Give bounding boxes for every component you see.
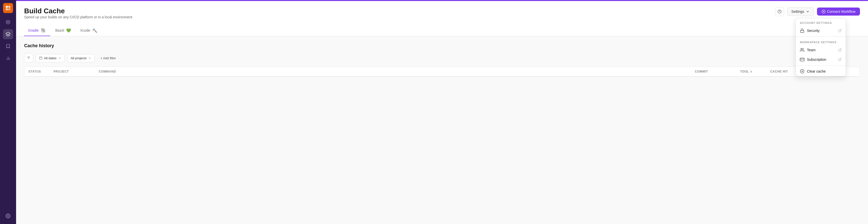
svg-rect-20 [800, 58, 804, 61]
bazel-icon: 💚 [66, 28, 71, 33]
cache-history-title: Cache history [24, 43, 860, 49]
sidebar [0, 0, 16, 224]
layers-icon [5, 32, 10, 37]
divider-1 [796, 36, 846, 37]
external-link-icon-2 [838, 48, 842, 52]
header-project: Project [54, 70, 99, 73]
header-text: Build Cache Speed up your builds on any … [24, 7, 132, 19]
filter-toggle-button[interactable] [24, 54, 33, 63]
sidebar-item-bookmark[interactable] [3, 41, 13, 51]
add-filter-button[interactable]: + Add filter [97, 54, 119, 62]
gradle-icon: 🐘 [41, 28, 46, 33]
page-content: Cache history All dates [16, 36, 868, 224]
cache-hit-header-label: Cache hit [770, 70, 788, 73]
project-header-label: Project [54, 70, 69, 73]
dropdown-item-team-left: Team [800, 48, 815, 52]
status-header-label: Status [28, 70, 41, 73]
settings-button[interactable]: Settings [787, 7, 814, 16]
header-commit: Commit [695, 70, 740, 73]
divider-2 [796, 65, 846, 66]
chevron-down-icon [806, 9, 810, 13]
plus-circle-icon [822, 9, 826, 13]
account-settings-label: ACCOUNT SETTINGS [796, 18, 846, 26]
logo[interactable] [3, 3, 13, 13]
dropdown-item-team[interactable]: Team [796, 45, 846, 55]
xcode-icon: 🔨 [92, 28, 97, 33]
svg-line-19 [840, 49, 841, 50]
dropdown-item-clear-cache-left: Clear cache [800, 69, 826, 73]
add-filter-label: + Add filter [100, 56, 116, 60]
chevron-down-icon-3 [88, 56, 91, 60]
filter-bar: All dates All projects + Add filter [24, 54, 860, 63]
dropdown-item-subscription[interactable]: Subscription [796, 55, 846, 64]
connect-label: Connect Workflow [827, 9, 856, 13]
page-title: Build Cache [24, 7, 132, 15]
team-icon [800, 48, 804, 52]
table-header-row: Status Project Command Commit Tool ⇅ Cac… [24, 67, 860, 76]
page-subtitle: Speed up your builds on any CI/CD platfo… [24, 15, 132, 19]
header-status: Status [28, 70, 54, 73]
svg-marker-6 [6, 32, 10, 35]
bookmark-icon [5, 44, 10, 49]
security-label: Security [807, 29, 820, 33]
logo-icon [5, 5, 11, 11]
header-command: Command [99, 70, 695, 73]
header-cache-hit: Cache hit [770, 70, 795, 73]
help-icon [778, 9, 781, 13]
circle-icon [5, 20, 10, 25]
svg-line-22 [840, 58, 841, 60]
settings-label: Settings [792, 9, 804, 13]
header-tool[interactable]: Tool ⇅ [740, 70, 770, 73]
tab-gradle[interactable]: Gradle 🐘 [24, 25, 50, 36]
sidebar-item-settings[interactable] [3, 211, 13, 221]
external-link-icon [838, 29, 842, 32]
svg-rect-29 [39, 57, 42, 60]
svg-point-4 [6, 20, 10, 24]
tab-bazel-label: Bazel [55, 28, 64, 32]
connect-workflow-button[interactable]: Connect Workflow [817, 7, 860, 15]
chart-icon [5, 56, 10, 61]
svg-line-17 [840, 29, 841, 31]
all-projects-label: All projects [71, 56, 87, 60]
chevron-down-icon-2 [58, 56, 62, 60]
command-header-label: Command [99, 70, 116, 73]
tab-bar: Gradle 🐘 Bazel 💚 Xcode 🔨 [16, 20, 868, 36]
calendar-icon [39, 56, 42, 60]
tab-bazel[interactable]: Bazel 💚 [51, 25, 75, 36]
team-label: Team [807, 48, 815, 52]
card-icon [800, 57, 804, 62]
cache-history-table: Status Project Command Commit Tool ⇅ Cac… [24, 67, 860, 77]
sidebar-item-chart[interactable] [3, 53, 13, 63]
settings-dropdown: ACCOUNT SETTINGS Security [796, 18, 846, 76]
tool-header-label: Tool [740, 70, 749, 73]
subscription-label: Subscription [807, 58, 826, 62]
dropdown-item-subscription-left: Subscription [800, 57, 826, 62]
dropdown-item-clear-cache[interactable]: Clear cache Clear all data stored in cac… [796, 67, 846, 76]
main-content: Build Cache Speed up your builds on any … [16, 0, 868, 224]
commit-header-label: Commit [695, 70, 708, 73]
settings-icon [5, 214, 10, 219]
svg-rect-1 [8, 6, 10, 8]
help-button[interactable] [775, 7, 784, 16]
tab-gradle-label: Gradle [28, 28, 39, 32]
svg-rect-0 [6, 6, 8, 8]
svg-rect-3 [8, 8, 10, 10]
clear-cache-icon [800, 69, 804, 73]
dropdown-item-security[interactable]: Security [796, 26, 846, 35]
lock-icon [800, 28, 804, 33]
all-dates-label: All dates [44, 56, 57, 60]
all-projects-filter[interactable]: All projects [67, 54, 95, 62]
header-actions: Settings Connect Workflow ACCOUNT SETT [775, 7, 860, 16]
page-header: Build Cache Speed up your builds on any … [16, 1, 868, 20]
svg-rect-16 [800, 30, 804, 32]
tab-xcode[interactable]: Xcode 🔨 [76, 25, 101, 36]
svg-point-10 [7, 216, 9, 217]
tab-xcode-label: Xcode [80, 28, 90, 32]
sidebar-item-dashboard[interactable] [3, 17, 13, 27]
sidebar-item-layers[interactable] [3, 29, 13, 39]
dropdown-item-security-left: Security [800, 28, 820, 33]
svg-point-5 [7, 22, 9, 23]
svg-rect-2 [6, 8, 8, 10]
external-link-icon-3 [838, 58, 842, 61]
all-dates-filter[interactable]: All dates [36, 54, 65, 62]
